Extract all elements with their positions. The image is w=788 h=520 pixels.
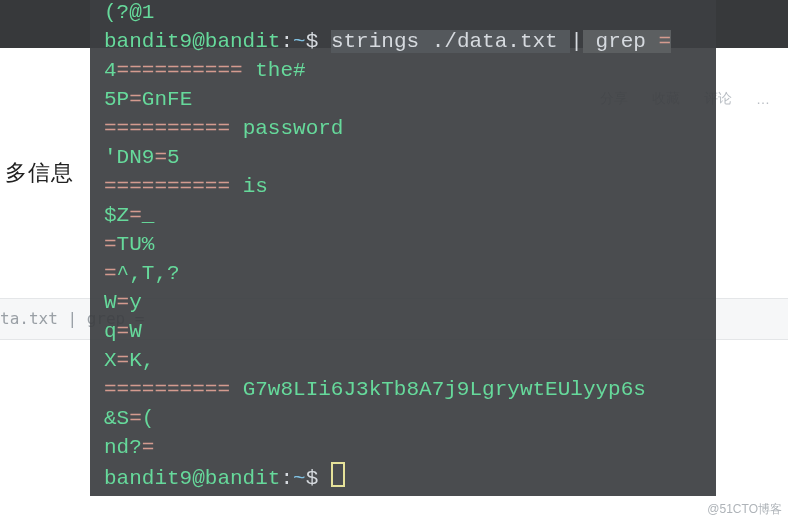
output-eq: = [104, 262, 117, 285]
command-text: grep [583, 30, 659, 53]
watermark: @51CTO博客 [707, 501, 782, 518]
output-line: q [104, 320, 117, 343]
output-eq: = [104, 233, 117, 256]
output-eq: ========== [104, 175, 230, 198]
output-line: (?@1 [104, 1, 154, 24]
cursor-icon [331, 462, 345, 487]
output-eq: ========== [104, 117, 230, 140]
output-line: X [104, 349, 117, 372]
prompt-user: bandit9@bandit [104, 30, 280, 53]
output-line: &S [104, 407, 129, 430]
output-line: nd? [104, 436, 142, 459]
output-eq: = [129, 88, 142, 111]
terminal-content: (?@1 bandit9@bandit:~$ strings ./data.tx… [104, 0, 706, 496]
prompt-path: ~ [293, 467, 306, 490]
cn-side-label: 多信息 [5, 158, 74, 188]
terminal-window[interactable]: (?@1 bandit9@bandit:~$ strings ./data.tx… [90, 0, 716, 496]
output-eq: = [129, 407, 142, 430]
output-line: 4 [104, 59, 117, 82]
output-eq: = [142, 436, 155, 459]
prompt-path: ~ [293, 30, 306, 53]
output-eq: ========== [117, 59, 243, 82]
prompt-dollar: $ [306, 30, 331, 53]
output-line: 5 [167, 146, 180, 169]
output-line: ^,T,? [117, 262, 180, 285]
output-line: TU% [117, 233, 155, 256]
output-eq: = [117, 349, 130, 372]
output-eq: ========== [104, 378, 230, 401]
output-line: K, [129, 349, 154, 372]
command-pipe: | [570, 30, 583, 53]
output-line: 5P [104, 88, 129, 111]
output-line: ( [142, 407, 155, 430]
output-line: password [230, 117, 343, 140]
output-eq: = [154, 146, 167, 169]
output-line: y [129, 291, 142, 314]
prompt-user: bandit9@bandit [104, 467, 280, 490]
output-password: G7w8LIi6J3kTb8A7j9LgrywtEUlyyp6s [230, 378, 646, 401]
output-line: _ [142, 204, 155, 227]
output-line: is [230, 175, 268, 198]
output-line: W [129, 320, 142, 343]
output-eq: = [117, 291, 130, 314]
prompt-colon: : [280, 30, 293, 53]
output-eq: = [117, 320, 130, 343]
more-button[interactable]: … [756, 90, 770, 108]
output-eq: = [129, 204, 142, 227]
command-text: = [659, 30, 672, 53]
output-line: the# [243, 59, 306, 82]
prompt-dollar: $ [306, 467, 331, 490]
prompt-colon: : [280, 467, 293, 490]
output-line: $Z [104, 204, 129, 227]
command-text: strings ./data.txt [331, 30, 570, 53]
output-line: GnFE [142, 88, 192, 111]
output-line: W [104, 291, 117, 314]
output-line: 'DN9 [104, 146, 154, 169]
